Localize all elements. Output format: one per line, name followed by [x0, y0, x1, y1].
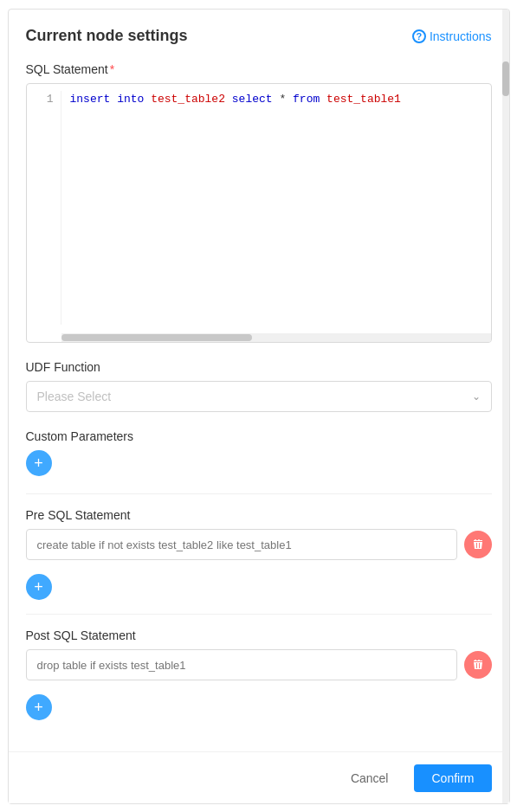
post-sql-section: Post SQL Statement — [26, 628, 492, 680]
sql-keyword-insert: insert — [70, 93, 111, 106]
footer: Cancel Confirm — [9, 751, 509, 803]
trash-icon-2 — [472, 659, 484, 671]
instructions-label: Instructions — [430, 29, 492, 43]
delete-post-sql-button[interactable] — [464, 651, 492, 679]
page-title: Current node settings — [26, 27, 188, 45]
udf-label: UDF Function — [26, 360, 492, 374]
sql-table-src: test_table1 — [326, 93, 401, 106]
udf-placeholder: Please Select — [37, 390, 112, 403]
instructions-link[interactable]: ? Instructions — [412, 29, 492, 43]
required-indicator: * — [110, 62, 114, 76]
custom-params-label: Custom Parameters — [26, 429, 492, 443]
chevron-down-icon: ⌄ — [472, 390, 481, 403]
add-post-sql-button[interactable]: + — [26, 694, 52, 720]
plus-icon-2: + — [34, 579, 43, 595]
sql-table-dest: test_table2 — [151, 93, 225, 106]
sql-keyword-select: select — [232, 93, 273, 106]
sql-operator-star: * — [279, 93, 286, 106]
sql-editor[interactable]: 1 insert into test_table2 select * from … — [26, 83, 492, 343]
plus-icon: + — [34, 455, 43, 471]
confirm-button[interactable]: Confirm — [414, 764, 491, 792]
pre-sql-input[interactable] — [26, 529, 457, 560]
sql-keyword-into: into — [117, 93, 144, 106]
plus-icon-3: + — [34, 699, 43, 715]
custom-params-section: Custom Parameters + — [26, 429, 492, 476]
pre-sql-label: Pre SQL Statement — [26, 508, 492, 522]
post-sql-row — [26, 649, 492, 680]
panel-header: Current node settings ? Instructions — [26, 27, 492, 45]
sql-keyword-from: from — [293, 93, 320, 106]
post-sql-label: Post SQL Statement — [26, 628, 492, 642]
udf-section: UDF Function Please Select ⌄ — [26, 360, 492, 412]
trash-icon — [472, 538, 484, 551]
sql-code[interactable]: insert into test_table2 select * from te… — [61, 91, 410, 325]
post-sql-input[interactable] — [26, 649, 457, 680]
add-pre-sql-button[interactable]: + — [26, 574, 52, 600]
pre-sql-section: Pre SQL Statement — [26, 508, 492, 560]
sql-statement-label: SQL Statement* — [26, 62, 492, 76]
add-custom-param-button[interactable]: + — [26, 450, 52, 476]
cancel-button[interactable]: Cancel — [333, 764, 406, 792]
divider-1 — [26, 493, 492, 494]
horizontal-scrollbar-thumb[interactable] — [61, 334, 252, 341]
delete-pre-sql-button[interactable] — [464, 531, 492, 558]
line-numbers: 1 — [27, 91, 61, 325]
divider-2 — [26, 614, 492, 615]
horizontal-scrollbar[interactable] — [61, 333, 491, 342]
pre-sql-row — [26, 529, 492, 560]
help-icon: ? — [412, 29, 426, 43]
udf-dropdown[interactable]: Please Select ⌄ — [26, 381, 492, 412]
